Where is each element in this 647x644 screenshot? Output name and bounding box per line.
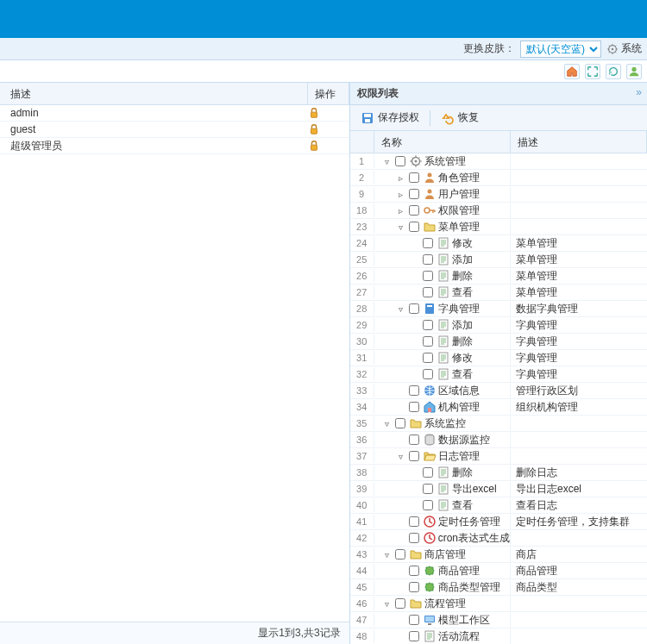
tree-row[interactable]: 27查看菜单管理 (350, 284, 647, 301)
refresh-button[interactable] (606, 64, 621, 79)
perm-name[interactable]: cron表达式生成 (438, 531, 510, 546)
perm-name[interactable]: 系统管理 (424, 154, 466, 169)
system-link[interactable]: 系统 (606, 41, 642, 56)
perm-checkbox[interactable] (423, 320, 433, 330)
tree-row[interactable]: 9▹用户管理 (350, 186, 647, 203)
table-row[interactable]: guest (0, 122, 349, 138)
expand-icon[interactable]: ▿ (397, 452, 405, 461)
perm-name[interactable]: 商店管理 (424, 547, 466, 562)
perm-checkbox[interactable] (409, 566, 419, 576)
perm-checkbox[interactable] (423, 353, 433, 363)
tree-row[interactable]: 31修改字典管理 (350, 350, 647, 366)
perm-checkbox[interactable] (409, 402, 419, 412)
perm-name[interactable]: 活动流程 (438, 629, 480, 644)
expand-icon[interactable]: ▹ (397, 206, 405, 216)
tree-row[interactable]: 18▹权限管理 (350, 203, 647, 219)
tree-row[interactable]: 48活动流程 (350, 628, 647, 644)
perm-checkbox[interactable] (423, 287, 433, 297)
perm-checkbox[interactable] (423, 254, 433, 265)
tree-row[interactable]: 38删除删除日志 (350, 465, 647, 481)
perm-name[interactable]: 查看 (452, 498, 473, 513)
perm-checkbox[interactable] (409, 451, 419, 461)
tree-row[interactable]: 25添加菜单管理 (350, 252, 647, 268)
perm-name[interactable]: 机构管理 (438, 400, 480, 415)
perm-name[interactable]: 区域信息 (438, 384, 480, 398)
perm-name[interactable]: 菜单管理 (438, 220, 480, 234)
perm-checkbox[interactable] (409, 205, 419, 216)
tree-row[interactable]: 2▹角色管理 (350, 170, 647, 186)
perm-name[interactable]: 导出excel (452, 482, 497, 497)
perm-checkbox[interactable] (423, 467, 433, 478)
tree-row[interactable]: 40查看查看日志 (350, 497, 647, 514)
tree-row[interactable]: 33区域信息管理行政区划 (350, 383, 647, 399)
perm-name[interactable]: 定时任务管理 (438, 515, 500, 529)
tree-row[interactable]: 41定时任务管理定时任务管理，支持集群 (350, 514, 647, 530)
right-grid-body[interactable]: 1▿系统管理2▹角色管理9▹用户管理18▹权限管理23▿菜单管理24修改菜单管理… (350, 153, 647, 644)
expand-icon[interactable]: ▿ (383, 599, 392, 609)
lock-button[interactable] (308, 140, 349, 152)
col-op[interactable]: 操作 (308, 83, 349, 104)
table-row[interactable]: admin (0, 105, 349, 122)
expand-icon[interactable]: ▿ (397, 222, 405, 232)
lock-button[interactable] (308, 107, 349, 119)
perm-name[interactable]: 系统监控 (424, 416, 466, 431)
tree-row[interactable]: 1▿系统管理 (350, 153, 647, 170)
col-desc[interactable]: 描述 (511, 131, 647, 153)
tree-row[interactable]: 32查看字典管理 (350, 366, 647, 383)
perm-checkbox[interactable] (423, 336, 433, 347)
perm-checkbox[interactable] (395, 598, 405, 609)
perm-checkbox[interactable] (423, 484, 433, 494)
tree-row[interactable]: 24修改菜单管理 (350, 235, 647, 252)
perm-checkbox[interactable] (395, 156, 405, 166)
skin-select[interactable]: 默认(天空蓝) (520, 41, 601, 58)
perm-checkbox[interactable] (409, 533, 419, 543)
fullscreen-button[interactable] (585, 64, 600, 79)
tree-row[interactable]: 28▿字典管理数据字典管理 (350, 301, 647, 317)
perm-checkbox[interactable] (395, 549, 405, 560)
revert-button[interactable]: 恢复 (436, 109, 484, 127)
perm-checkbox[interactable] (423, 369, 433, 379)
tree-row[interactable]: 23▿菜单管理 (350, 219, 647, 235)
perm-name[interactable]: 删除 (452, 335, 473, 349)
expand-icon[interactable]: ▿ (397, 304, 405, 314)
tree-row[interactable]: 36数据源监控 (350, 432, 647, 448)
expand-icon[interactable]: ▿ (383, 550, 392, 560)
perm-name[interactable]: 添加 (452, 318, 473, 333)
home-button[interactable] (564, 64, 580, 79)
tree-row[interactable]: 34机构管理组织机构管理 (350, 399, 647, 416)
perm-name[interactable]: 字典管理 (438, 302, 480, 316)
tree-row[interactable]: 44商品管理商品管理 (350, 563, 647, 579)
perm-name[interactable]: 角色管理 (438, 171, 480, 185)
tree-row[interactable]: 46▿流程管理 (350, 596, 647, 612)
tree-row[interactable]: 37▿日志管理 (350, 448, 647, 465)
expand-icon[interactable]: ▿ (383, 157, 392, 166)
tree-row[interactable]: 45商品类型管理商品类型 (350, 579, 647, 596)
perm-checkbox[interactable] (409, 172, 419, 183)
perm-name[interactable]: 模型工作区 (438, 613, 490, 628)
col-name[interactable]: 名称 (374, 131, 511, 153)
perm-name[interactable]: 删除 (452, 269, 473, 284)
perm-name[interactable]: 查看 (452, 367, 473, 382)
perm-checkbox[interactable] (423, 271, 433, 281)
collapse-button[interactable]: » (636, 86, 642, 98)
tree-row[interactable]: 26删除菜单管理 (350, 268, 647, 284)
perm-checkbox[interactable] (409, 385, 419, 396)
perm-name[interactable]: 权限管理 (438, 203, 480, 218)
tree-row[interactable]: 47模型工作区 (350, 612, 647, 628)
perm-name[interactable]: 查看 (452, 285, 473, 300)
perm-name[interactable]: 修改 (452, 236, 473, 251)
expand-icon[interactable]: ▹ (397, 173, 405, 183)
tree-row[interactable]: 43▿商店管理商店 (350, 547, 647, 563)
perm-name[interactable]: 用户管理 (438, 187, 480, 202)
perm-checkbox[interactable] (409, 222, 419, 232)
perm-checkbox[interactable] (409, 435, 419, 445)
perm-name[interactable]: 修改 (452, 351, 473, 366)
perm-checkbox[interactable] (423, 500, 433, 510)
perm-checkbox[interactable] (423, 238, 433, 248)
tree-row[interactable]: 29添加字典管理 (350, 317, 647, 334)
tree-row[interactable]: 35▿系统监控 (350, 416, 647, 432)
perm-checkbox[interactable] (409, 615, 419, 625)
perm-name[interactable]: 商品管理 (438, 564, 480, 578)
perm-name[interactable]: 日志管理 (438, 449, 480, 464)
perm-checkbox[interactable] (409, 516, 419, 527)
